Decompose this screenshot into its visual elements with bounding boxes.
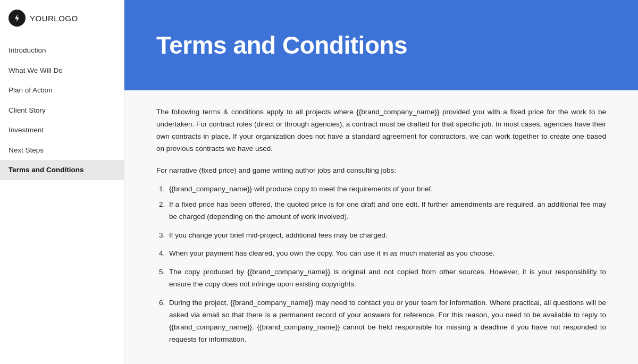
- list-item-2: If a fixed price has been offered, the q…: [167, 199, 606, 223]
- list-item-5: The copy produced by {{brand_company_nam…: [167, 266, 606, 291]
- list-item-1: {{brand_company_name}} will produce copy…: [167, 183, 606, 196]
- sidebar-item-terms-and-conditions[interactable]: Terms and Conditions: [0, 160, 124, 180]
- svg-marker-0: [15, 14, 19, 22]
- logo-icon: [9, 10, 26, 27]
- intro-paragraph: The following terms & conditions apply t…: [156, 106, 606, 155]
- list-item-3: If you change your brief mid-project, ad…: [167, 230, 606, 242]
- list-item-4: When your payment has cleared, you own t…: [167, 248, 606, 260]
- sidebar-item-investment[interactable]: Investment: [0, 120, 124, 140]
- sidebar-nav: IntroductionWhat We Will DoPlan of Actio…: [0, 40, 124, 180]
- sidebar-item-next-steps[interactable]: Next Steps: [0, 140, 124, 160]
- terms-list: {{brand_company_name}} will produce copy…: [167, 183, 606, 349]
- sidebar: YOURLOGO IntroductionWhat We Will DoPlan…: [0, 0, 124, 364]
- content-area: The following terms & conditions apply t…: [124, 90, 638, 364]
- main-content: Terms and Conditions The following terms…: [124, 0, 638, 364]
- sidebar-item-introduction[interactable]: Introduction: [0, 40, 124, 61]
- sidebar-item-what-we-will-do[interactable]: What We Will Do: [0, 61, 124, 81]
- list-intro: For narrative (fixed price) and game wri…: [156, 165, 606, 177]
- sidebar-item-plan-of-action[interactable]: Plan of Action: [0, 80, 124, 100]
- list-item-6: During the project, {{brand_company_name…: [167, 297, 606, 346]
- page-title: Terms and Conditions: [156, 31, 407, 60]
- logo-area: YOURLOGO: [0, 0, 124, 36]
- header-banner: Terms and Conditions: [124, 0, 638, 90]
- sidebar-item-client-story[interactable]: Client Story: [0, 100, 124, 121]
- logo-text: YOURLOGO: [30, 14, 78, 23]
